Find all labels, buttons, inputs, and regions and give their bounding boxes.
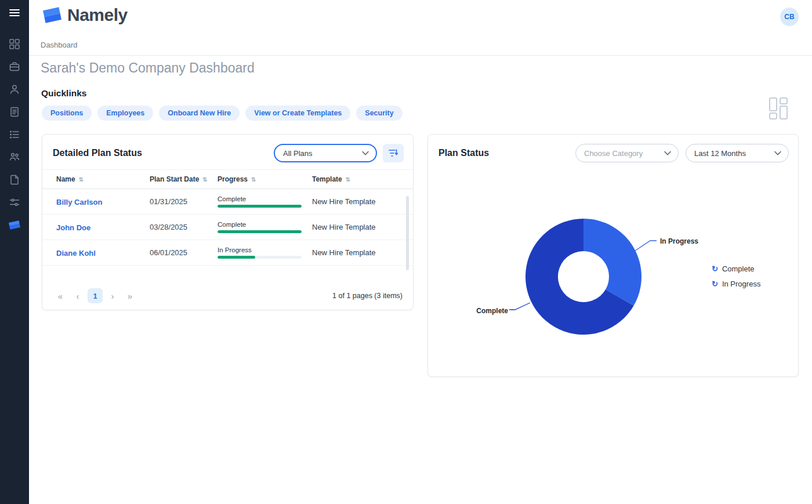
column-label: Name bbox=[56, 175, 75, 183]
sort-icon: ⇅ bbox=[202, 176, 207, 183]
next-page-button[interactable]: › bbox=[105, 288, 120, 303]
filter-button[interactable] bbox=[383, 144, 404, 162]
template-name: New Hire Template bbox=[312, 223, 399, 231]
user-icon[interactable] bbox=[0, 78, 29, 100]
progress-bar bbox=[217, 205, 302, 208]
column-label: Progress bbox=[217, 175, 248, 183]
filter-icon bbox=[389, 149, 398, 157]
header-divider bbox=[29, 55, 812, 56]
table-header-row: Name ⇅ Plan Start Date ⇅ Progress ⇅ Temp… bbox=[42, 169, 413, 189]
sidebar bbox=[0, 0, 29, 504]
employee-link[interactable]: Billy Carlson bbox=[56, 198, 102, 206]
chart-legend: ↻ Complete ↻ In Progress bbox=[712, 264, 760, 288]
chevron-down-icon bbox=[664, 151, 671, 155]
quicklink-employees[interactable]: Employees bbox=[97, 106, 153, 121]
plan-filter-value: All Plans bbox=[283, 149, 357, 158]
progress-label: In Progress bbox=[217, 246, 312, 253]
chevron-down-icon bbox=[362, 151, 369, 155]
employee-link[interactable]: Diane Kohl bbox=[56, 249, 96, 258]
chevron-down-icon bbox=[774, 151, 781, 155]
menu-icon[interactable] bbox=[0, 1, 29, 24]
sort-icon: ⇅ bbox=[79, 176, 84, 183]
employee-link[interactable]: John Doe bbox=[56, 223, 90, 232]
category-select[interactable]: Choose Category bbox=[575, 144, 679, 162]
layout-widget-icon[interactable] bbox=[768, 97, 788, 122]
leader-line-complete bbox=[509, 303, 530, 310]
column-header-template[interactable]: Template ⇅ bbox=[312, 175, 399, 183]
plan-status-table: Name ⇅ Plan Start Date ⇅ Progress ⇅ Temp… bbox=[42, 169, 413, 266]
briefcase-icon[interactable] bbox=[0, 55, 29, 78]
current-page-button[interactable]: 1 bbox=[88, 288, 103, 303]
progress-bar bbox=[217, 230, 302, 233]
table-row: Diane Kohl 06/01/2025 In Progress New Hi… bbox=[42, 240, 413, 266]
last-page-button[interactable]: » bbox=[122, 288, 137, 303]
progress-cell: Complete bbox=[217, 195, 312, 208]
detailed-plan-status-title: Detailed Plan Status bbox=[53, 148, 142, 158]
list-icon[interactable] bbox=[0, 123, 29, 146]
page-title: Sarah's Demo Company Dashboard bbox=[41, 60, 255, 76]
plan-status-header: Plan Status Choose Category Last 12 Mont… bbox=[428, 135, 798, 169]
avatar[interactable]: CB bbox=[780, 8, 799, 26]
table-row: Billy Carlson 01/31/2025 Complete New Hi… bbox=[42, 189, 413, 215]
legend-label: Complete bbox=[722, 264, 755, 273]
plan-start-date: 03/28/2025 bbox=[150, 223, 217, 231]
quicklink-security[interactable]: Security bbox=[356, 106, 402, 121]
workflow-icon[interactable] bbox=[0, 191, 29, 213]
file-icon[interactable] bbox=[0, 168, 29, 191]
brand-name: Namely bbox=[67, 5, 128, 25]
pagination: « ‹ 1 › » 1 of 1 pages (3 items) bbox=[42, 282, 413, 310]
table-row: John Doe 03/28/2025 Complete New Hire Te… bbox=[42, 215, 413, 240]
category-select-value: Choose Category bbox=[584, 149, 659, 158]
plan-status-donut-chart bbox=[428, 135, 799, 378]
legend-item-complete[interactable]: ↻ Complete bbox=[712, 264, 760, 273]
column-label: Template bbox=[312, 175, 342, 183]
quicklink-view-or-create-templates[interactable]: View or Create Templates bbox=[245, 106, 350, 121]
plan-start-date: 01/31/2025 bbox=[150, 197, 217, 206]
plan-status-card: Plan Status Choose Category Last 12 Mont… bbox=[427, 134, 799, 377]
plan-status-title: Plan Status bbox=[438, 148, 489, 158]
document-icon[interactable] bbox=[0, 100, 29, 123]
quicklinks-heading: Quicklinks bbox=[41, 88, 86, 99]
column-header-plan-start-date[interactable]: Plan Start Date ⇅ bbox=[150, 175, 217, 183]
sort-icon: ⇅ bbox=[346, 176, 350, 183]
template-name: New Hire Template bbox=[312, 197, 399, 206]
date-range-select[interactable]: Last 12 Months bbox=[686, 144, 789, 162]
progress-cell: Complete bbox=[217, 221, 312, 233]
progress-label: Complete bbox=[217, 221, 312, 228]
namely-flag-icon[interactable] bbox=[0, 213, 29, 236]
progress-label: Complete bbox=[217, 195, 312, 202]
plan-filter-select[interactable]: All Plans bbox=[274, 144, 377, 162]
date-range-select-value: Last 12 Months bbox=[694, 149, 770, 158]
legend-label: In Progress bbox=[722, 280, 760, 288]
quicklink-positions[interactable]: Positions bbox=[42, 106, 92, 121]
column-header-progress[interactable]: Progress ⇅ bbox=[217, 175, 312, 183]
refresh-icon: ↻ bbox=[712, 265, 718, 273]
first-page-button[interactable]: « bbox=[53, 288, 68, 303]
column-header-name[interactable]: Name ⇅ bbox=[56, 175, 150, 183]
detailed-plan-status-header: Detailed Plan Status All Plans bbox=[42, 135, 413, 169]
table-scrollbar[interactable] bbox=[406, 196, 409, 270]
namely-logo[interactable]: Namely bbox=[41, 5, 128, 26]
pagination-summary: 1 of 1 pages (3 items) bbox=[332, 292, 403, 300]
sort-icon: ⇅ bbox=[251, 176, 256, 183]
namely-flag-logo-icon bbox=[41, 5, 64, 26]
top-header: Namely CB bbox=[29, 0, 812, 35]
column-label: Plan Start Date bbox=[150, 175, 199, 183]
leader-line-in-progress bbox=[631, 241, 657, 253]
progress-bar bbox=[217, 256, 302, 259]
org-people-icon[interactable] bbox=[0, 146, 29, 168]
progress-cell: In Progress bbox=[217, 246, 312, 259]
quicklink-onboard-new-hire[interactable]: Onboard New Hire bbox=[159, 106, 240, 121]
quicklinks-row: Positions Employees Onboard New Hire Vie… bbox=[42, 106, 403, 121]
refresh-icon: ↻ bbox=[712, 280, 718, 288]
callout-complete: Complete bbox=[462, 307, 508, 315]
plan-start-date: 06/01/2025 bbox=[150, 248, 217, 257]
template-name: New Hire Template bbox=[312, 248, 399, 257]
detailed-plan-status-card: Detailed Plan Status All Plans Name ⇅ Pl… bbox=[42, 134, 414, 310]
prev-page-button[interactable]: ‹ bbox=[70, 288, 85, 303]
breadcrumb[interactable]: Dashboard bbox=[41, 41, 78, 49]
callout-in-progress: In Progress bbox=[660, 237, 698, 245]
dashboard-grid-icon[interactable] bbox=[0, 32, 29, 55]
legend-item-in-progress[interactable]: ↻ In Progress bbox=[712, 280, 760, 288]
